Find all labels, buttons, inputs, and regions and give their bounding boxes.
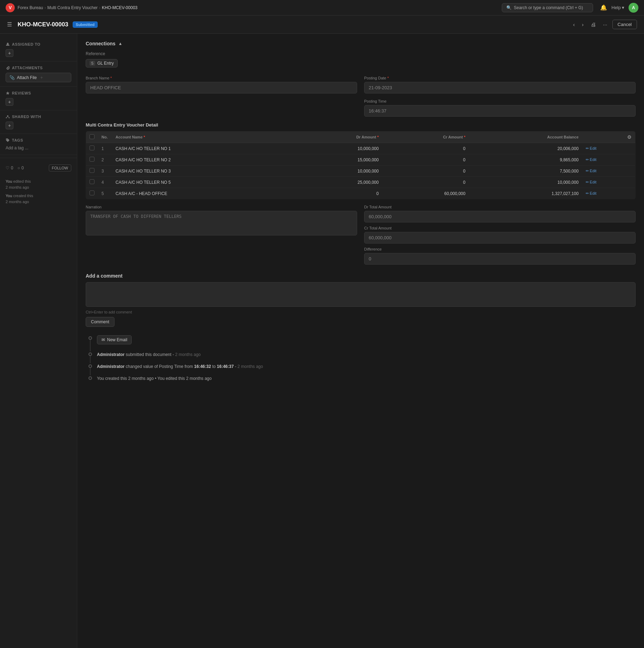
totals-group: Dr Total Amount 60,000,000 Cr Total Amou… — [364, 205, 636, 265]
th-cr: Cr Amount * — [382, 131, 469, 143]
layout: Assigned To + Attachments 📎 Attach File … — [0, 34, 644, 648]
header-checkbox[interactable] — [90, 134, 94, 139]
reference-section: Reference 5 GL Entry — [86, 51, 636, 67]
top-nav: V Forex Bureau › Multi Contra Entry Vouc… — [0, 0, 644, 15]
row-no-2: 3 — [98, 166, 112, 177]
breadcrumb-voucher[interactable]: Multi Contra Entry Voucher — [47, 5, 98, 10]
row-edit-button-1[interactable]: ✏ Edit — [586, 157, 597, 162]
timeline-dot-1 — [88, 352, 92, 356]
row-checkbox-0[interactable] — [90, 145, 94, 150]
th-no: No. — [98, 131, 112, 143]
audit-when-0: 2 months ago — [6, 185, 29, 189]
svg-point-2 — [7, 115, 8, 117]
gl-entry-tag[interactable]: 5 GL Entry — [86, 59, 118, 67]
row-checkbox-1[interactable] — [90, 157, 94, 162]
likes-count: ♡ 0 — [6, 166, 13, 170]
row-cr-4: 60,000,000 — [382, 188, 469, 199]
breadcrumb-forex[interactable]: Forex Bureau — [18, 5, 43, 10]
difference-label: Difference — [364, 247, 636, 251]
branch-name-label: Branch Name * — [86, 76, 357, 80]
next-button[interactable]: › — [580, 20, 586, 29]
comment-textarea[interactable] — [86, 282, 636, 307]
row-checkbox-3[interactable] — [90, 179, 94, 184]
shared-with-add-button[interactable]: + — [6, 122, 13, 129]
form-row-2: Posting Time 16:46:37 — [86, 99, 636, 117]
audit-item-0: You edited this 2 months ago — [6, 179, 71, 190]
breadcrumb: Forex Bureau › Multi Contra Entry Vouche… — [18, 5, 137, 10]
assigned-to-add-button[interactable]: + — [6, 49, 13, 57]
svg-marker-1 — [6, 91, 9, 95]
sidebar-attachments: Attachments 📎 Attach File + — [0, 63, 77, 87]
print-button[interactable]: 🖨 — [589, 20, 598, 29]
timeline-content-1: Administrator submitted this document - … — [97, 351, 201, 358]
help-menu[interactable]: Help ▾ — [611, 5, 624, 10]
comments-count: ○ 0 — [18, 166, 24, 170]
row-balance-3: 10,000,000 — [469, 177, 582, 188]
connections-header: Connections ▲ — [86, 41, 636, 46]
dr-total-label: Dr Total Amount — [364, 205, 636, 209]
posting-time-input[interactable]: 16:46:37 — [364, 105, 636, 117]
audit-section: You edited this 2 months ago You created… — [0, 175, 77, 211]
add-tag-button[interactable]: Add a tag ... — [6, 145, 28, 150]
gl-entry-count: 5 — [90, 61, 95, 66]
audit-who-1: You — [6, 194, 12, 198]
row-account-0: CASH A/C HO TELLER NO 1 — [112, 143, 295, 154]
posting-time-group: Posting Time 16:46:37 — [364, 99, 636, 117]
timeline-dot-3 — [88, 376, 92, 380]
search-icon: 🔍 — [506, 5, 512, 10]
narration-group: Narration — [86, 205, 357, 265]
prev-button[interactable]: ‹ — [571, 20, 577, 29]
more-button[interactable]: ··· — [601, 20, 610, 29]
row-checkbox-2[interactable] — [90, 168, 94, 173]
avatar[interactable]: A — [629, 3, 638, 13]
reference-label: Reference — [86, 51, 636, 56]
difference-input: 0 — [364, 253, 636, 265]
status-badge: Submitted — [73, 21, 98, 28]
sidebar-assigned-to: Assigned To + — [0, 39, 77, 61]
posting-date-input[interactable]: 21-09-2023 — [364, 82, 636, 93]
audit-item-1: You created this 2 months ago — [6, 193, 71, 205]
row-account-3: CASH A/C HO TELLER NO 5 — [112, 177, 295, 188]
comment-hint: Ctrl+Enter to add comment — [86, 310, 636, 314]
row-edit-button-2[interactable]: ✏ Edit — [586, 169, 597, 173]
row-cr-3: 0 — [382, 177, 469, 188]
row-checkbox-4[interactable] — [90, 190, 94, 195]
row-no-0: 1 — [98, 143, 112, 154]
th-dr: Dr Amount * — [295, 131, 382, 143]
row-account-2: CASH A/C HO TELLER NO 3 — [112, 166, 295, 177]
cr-total-label: Cr Total Amount — [364, 226, 636, 230]
row-balance-0: 20,006,000 — [469, 143, 582, 154]
attach-file-button[interactable]: 📎 Attach File + — [6, 73, 71, 82]
person-icon — [6, 42, 10, 46]
branch-name-input[interactable]: HEAD OFFICE — [86, 82, 357, 93]
th-balance: Account Balance — [469, 131, 582, 143]
table-gear-button[interactable]: ⚙ — [627, 134, 632, 140]
notification-bell-icon[interactable]: 🔔 — [600, 4, 607, 11]
new-email-button[interactable]: ✉ New Email — [97, 335, 132, 344]
share-icon — [6, 115, 10, 119]
page-title: KHO-MCEV-00003 — [18, 21, 68, 28]
cancel-button[interactable]: Cancel — [612, 20, 637, 29]
timeline-dot-0 — [88, 336, 92, 340]
app-logo: V — [6, 3, 15, 12]
hamburger-icon[interactable]: ☰ — [7, 21, 12, 28]
voucher-table: No. Account Name * Dr Amount * Cr Amount… — [86, 131, 636, 199]
connections-title: Connections — [86, 41, 116, 46]
row-edit-button-0[interactable]: ✏ Edit — [586, 146, 597, 151]
reviews-add-button[interactable]: + — [6, 98, 13, 106]
header-actions: ‹ › 🖨 ··· Cancel — [571, 20, 637, 29]
comment-button[interactable]: Comment — [86, 317, 114, 327]
row-edit-button-4[interactable]: ✏ Edit — [586, 191, 597, 196]
narration-input[interactable] — [86, 211, 357, 235]
paperclip-icon — [6, 66, 10, 70]
posting-date-label: Posting Date * — [364, 76, 636, 80]
posting-time-label: Posting Time — [364, 99, 636, 103]
main-content: Connections ▲ Reference 5 GL Entry Branc… — [77, 34, 644, 648]
comment-title: Add a comment — [86, 273, 636, 279]
row-edit-button-3[interactable]: ✏ Edit — [586, 180, 597, 184]
posting-date-group: Posting Date * 21-09-2023 — [364, 76, 636, 93]
follow-button[interactable]: FOLLOW — [49, 164, 71, 171]
search-bar[interactable]: 🔍 Search or type a command (Ctrl + G) — [502, 3, 593, 12]
attach-plus-icon: + — [40, 75, 43, 80]
th-account: Account Name * — [112, 131, 295, 143]
